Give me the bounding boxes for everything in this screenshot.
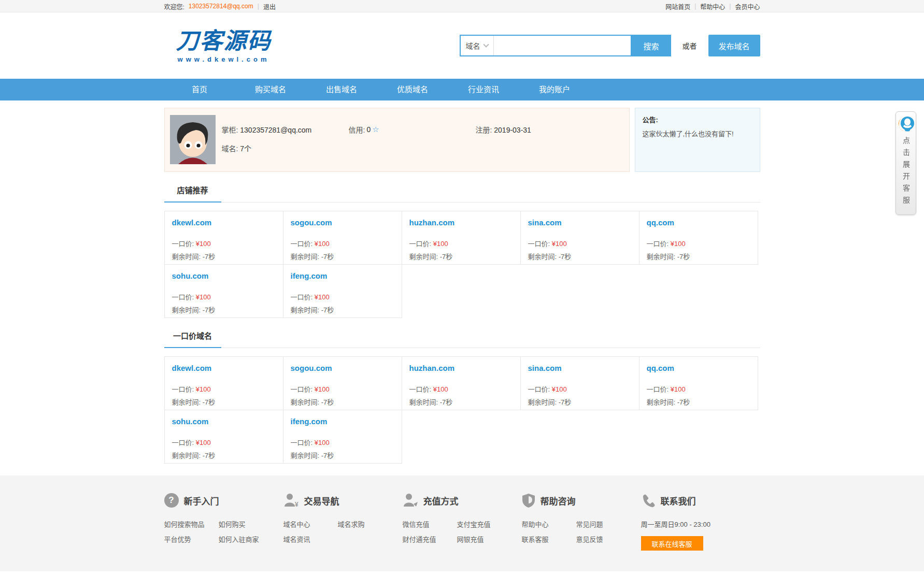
price-value: ¥100 (315, 385, 330, 393)
seller-info-panel: 掌柜: 1302357281@qq.com 信用: 0 ☆ 注册: 2019-0… (164, 108, 630, 172)
footer-link[interactable]: 联系客服 (522, 534, 576, 544)
domain-card[interactable]: huzhan.com 一口价: ¥100 剩余时间: -7秒 (402, 356, 521, 410)
chevron-down-icon (483, 41, 489, 47)
domain-card[interactable]: huzhan.com 一口价: ¥100 剩余时间: -7秒 (402, 211, 521, 265)
domain-card[interactable]: sina.com 一口价: ¥100 剩余时间: -7秒 (520, 211, 639, 265)
domain-link[interactable]: sohu.com (172, 417, 276, 426)
notice-panel: 公告: 这家伙太懒了,什么也没有留下! (635, 108, 760, 172)
time-label: 剩余时间: (172, 253, 201, 261)
online-service-button[interactable]: 联系在线客服 (641, 536, 703, 551)
customer-service-tab[interactable]: 点击展开客服 (895, 111, 916, 215)
footer-link[interactable]: 微信充值 (403, 519, 457, 529)
domain-card[interactable]: dkewl.com 一口价: ¥100 剩余时间: -7秒 (164, 356, 283, 410)
credit-value: 0 (366, 125, 371, 134)
domain-count-label: 域名: (222, 145, 238, 153)
footer-link[interactable]: 支付宝充值 (457, 519, 511, 529)
footer-link[interactable]: 如何搜索物品 (164, 519, 219, 529)
domain-link[interactable]: dkewl.com (172, 364, 276, 372)
topbar-link-member[interactable]: 会员中心 (735, 2, 760, 11)
domain-link[interactable]: huzhan.com (409, 364, 513, 372)
shopkeeper-value: 1302357281@qq.com (240, 126, 311, 134)
price-label: 一口价: (291, 439, 313, 446)
domain-card[interactable]: ifeng.com 一口价: ¥100 剩余时间: -7秒 (283, 410, 402, 464)
logo-subtitle: www.dkewl.com (178, 55, 270, 63)
domain-link[interactable]: sina.com (528, 364, 632, 372)
domain-link[interactable]: ifeng.com (291, 417, 394, 426)
topbar-link-help[interactable]: 帮助中心 (700, 2, 725, 11)
time-value: -7秒 (321, 452, 334, 459)
footer-link[interactable]: 如何购买 (219, 519, 273, 529)
time-value: -7秒 (677, 253, 690, 261)
domain-card[interactable]: qq.com 一口价: ¥100 剩余时间: -7秒 (639, 211, 758, 265)
domain-link[interactable]: sogou.com (291, 218, 394, 227)
tab-fixed-price[interactable]: 一口价域名 (164, 330, 221, 348)
price-value: ¥100 (196, 240, 211, 248)
footer-link[interactable]: 帮助中心 (522, 519, 576, 529)
footer-link[interactable]: 如何入驻商家 (219, 534, 273, 544)
domain-card[interactable]: sina.com 一口价: ¥100 剩余时间: -7秒 (520, 356, 639, 410)
nav-item-premium-domain[interactable]: 优质域名 (377, 79, 448, 100)
welcome-label: 欢迎您: (164, 2, 184, 11)
domain-link[interactable]: qq.com (647, 364, 750, 372)
price-label: 一口价: (172, 293, 194, 301)
main-nav: 首页 购买域名 出售域名 优质域名 行业资讯 我的账户 (0, 79, 924, 100)
logout-link[interactable]: 退出 (263, 2, 276, 11)
tab-shop-recommend[interactable]: 店铺推荐 (164, 184, 221, 203)
domain-link[interactable]: ifeng.com (291, 271, 394, 280)
nav-item-home[interactable]: 首页 (164, 79, 235, 100)
topbar-user-email[interactable]: 13023572814@qq.com (189, 3, 253, 10)
nav-item-buy-domain[interactable]: 购买域名 (235, 79, 306, 100)
search-input[interactable] (494, 36, 631, 55)
time-value: -7秒 (559, 253, 572, 261)
footer-link[interactable]: 财付通充值 (403, 534, 457, 544)
domain-link[interactable]: sogou.com (291, 364, 394, 372)
time-value: -7秒 (559, 398, 572, 406)
domain-card[interactable]: sohu.com 一口价: ¥100 剩余时间: -7秒 (164, 410, 283, 464)
time-label: 剩余时间: (647, 253, 676, 261)
recharge-user-icon (403, 493, 418, 508)
domain-link[interactable]: sohu.com (172, 271, 276, 280)
header: 刀客源码 www.dkewl.com 域名 搜索 或者 发布域名 (0, 12, 924, 79)
domain-card[interactable]: sogou.com 一口价: ¥100 剩余时间: -7秒 (283, 211, 402, 265)
card-grid: dkewl.com 一口价: ¥100 剩余时间: -7秒 sogou.com … (164, 211, 760, 318)
nav-item-my-account[interactable]: 我的账户 (519, 79, 590, 100)
publish-domain-button[interactable]: 发布域名 (708, 35, 760, 56)
domain-link[interactable]: qq.com (647, 218, 750, 227)
domain-link[interactable]: huzhan.com (409, 218, 513, 227)
time-label: 剩余时间: (409, 398, 438, 406)
search-button[interactable]: 搜索 (632, 35, 671, 56)
domain-card[interactable]: ifeng.com 一口价: ¥100 剩余时间: -7秒 (283, 264, 402, 318)
domain-card[interactable]: sogou.com 一口价: ¥100 剩余时间: -7秒 (283, 356, 402, 410)
domain-card[interactable]: dkewl.com 一口价: ¥100 剩余时间: -7秒 (164, 211, 283, 265)
time-label: 剩余时间: (291, 398, 320, 406)
footer-col-beginner: ? 新手入门 如何搜索物品 如何购买 平台优势 如何入驻商家 (164, 493, 283, 551)
nav-item-industry-news[interactable]: 行业资讯 (448, 79, 519, 100)
footer-link[interactable]: 常见问题 (576, 519, 631, 529)
footer-link[interactable]: 意见反馈 (576, 534, 631, 544)
footer-link[interactable]: 域名资讯 (283, 534, 338, 544)
footer-link[interactable]: 域名求购 (338, 519, 392, 529)
footer-link[interactable]: 网银充值 (457, 534, 511, 544)
price-label: 一口价: (647, 385, 669, 393)
domain-card[interactable]: sohu.com 一口价: ¥100 剩余时间: -7秒 (164, 264, 283, 318)
domain-link[interactable]: dkewl.com (172, 218, 276, 227)
footer-link[interactable]: 平台优势 (164, 534, 219, 544)
nav-item-sell-domain[interactable]: 出售域名 (306, 79, 377, 100)
domain-link[interactable]: sina.com (528, 218, 632, 227)
topbar-link-home[interactable]: 网站首页 (665, 2, 690, 11)
logo-title: 刀客源码 (176, 28, 272, 53)
credit-label: 信用: (349, 124, 365, 135)
site-logo[interactable]: 刀客源码 www.dkewl.com (164, 28, 283, 63)
shopkeeper-label: 掌柜: (222, 126, 238, 134)
footer-link[interactable]: 域名中心 (283, 519, 338, 529)
price-value: ¥100 (196, 439, 211, 446)
domain-card[interactable]: qq.com 一口价: ¥100 剩余时间: -7秒 (639, 356, 758, 410)
topbar-divider: | (729, 3, 731, 10)
price-value: ¥100 (433, 385, 448, 393)
footer: ? 新手入门 如何搜索物品 如何购买 平台优势 如何入驻商家 ¥ 交易导航 域名… (0, 475, 924, 571)
search-category-select[interactable]: 域名 (461, 36, 494, 55)
search-category-label: 域名 (466, 40, 480, 51)
domain-count-value: 7个 (240, 145, 251, 153)
price-value: ¥100 (552, 240, 567, 248)
or-label: 或者 (683, 40, 697, 51)
